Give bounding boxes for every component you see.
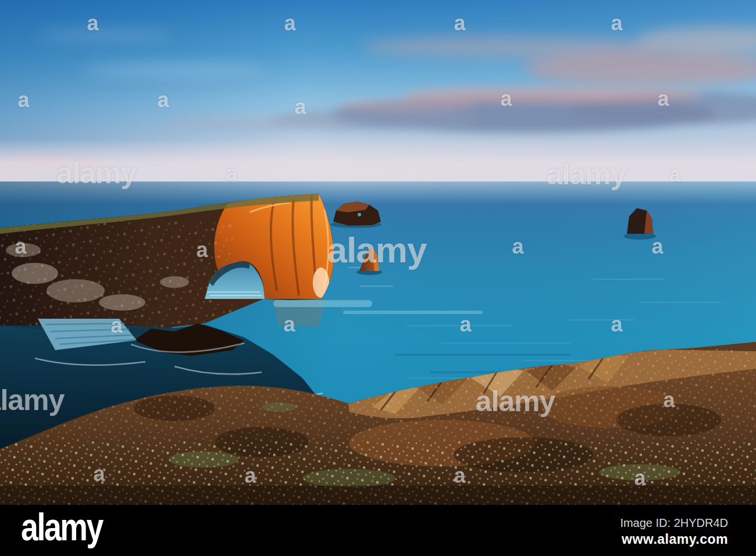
image-id-label: Image ID: 2HYDR4D (620, 516, 728, 530)
alamy-website-url: www.alamy.com (622, 532, 728, 547)
stock-photo-page: aaaaaaaaaalamyaalamyaaaalamyaaaaaaalamya… (0, 0, 756, 556)
footer-meta: Image ID: 2HYDR4D www.alamy.com (620, 514, 728, 547)
photo-area: aaaaaaaaaalamyaalamyaaaalamyaaaaaaalamya… (0, 0, 756, 505)
alamy-logo: alamy (21, 511, 102, 551)
landscape-art (0, 0, 756, 505)
footer-bar: alamy Image ID: 2HYDR4D www.alamy.com (0, 505, 756, 556)
